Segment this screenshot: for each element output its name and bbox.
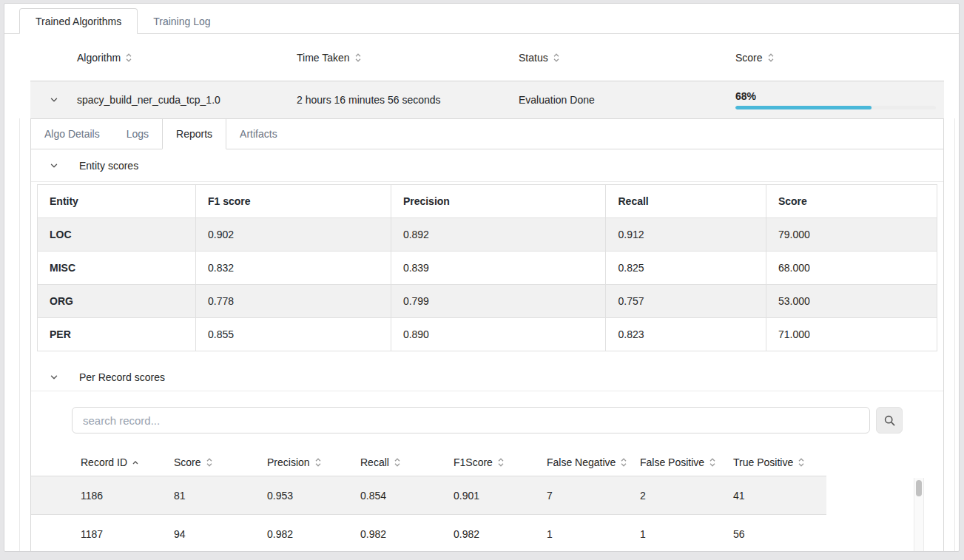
tab-training-log[interactable]: Training Log: [138, 8, 226, 34]
record-recall: 0.854: [360, 490, 454, 502]
column-header-true-positive[interactable]: True Positive: [733, 456, 826, 468]
column-label: Score: [174, 456, 201, 468]
column-header-score[interactable]: Score: [174, 456, 267, 468]
record-search-row: [31, 391, 943, 434]
record-precision: 0.982: [267, 528, 360, 540]
detail-tab-bar: Algo Details Logs Reports Artifacts: [31, 119, 943, 149]
sort-icon: [767, 53, 775, 63]
algorithm-time-taken: 2 hours 16 minutes 56 seconds: [297, 94, 519, 106]
algorithms-table-header: Algorithm Time Taken Status Score: [30, 34, 944, 81]
column-label: False Negative: [547, 456, 616, 468]
entity-row-loc: LOC 0.902 0.892 0.912 79.000: [38, 218, 937, 252]
tab-logs[interactable]: Logs: [113, 119, 162, 149]
entity-score: 53.000: [766, 285, 937, 318]
entity-f1: 0.778: [196, 285, 391, 318]
page: { "top_tabs": { "trained_algorithms": "T…: [0, 0, 964, 560]
vertical-scrollbar[interactable]: [914, 478, 924, 552]
per-record-table: Record ID Score Precision Recall: [31, 448, 943, 552]
search-record-input[interactable]: [72, 407, 870, 434]
search-button[interactable]: [876, 407, 903, 434]
entity-f1: 0.902: [196, 218, 391, 252]
entity-name: ORG: [38, 285, 196, 318]
entity-recall: 0.757: [606, 285, 766, 318]
score-progress-track: [735, 106, 936, 109]
column-header-time-taken[interactable]: Time Taken: [297, 52, 519, 64]
search-icon: [883, 414, 896, 427]
entity-precision: 0.799: [391, 285, 606, 318]
record-false-negative: 1: [547, 528, 640, 540]
tab-reports[interactable]: Reports: [162, 119, 226, 149]
algorithm-row[interactable]: spacy_build_ner_cuda_tcp_1.0 2 hours 16 …: [30, 81, 944, 118]
chevron-down-icon: [50, 161, 58, 170]
tab-artifacts[interactable]: Artifacts: [226, 119, 291, 149]
column-header-false-negative[interactable]: False Negative: [547, 456, 640, 468]
tab-algo-details-label: Algo Details: [44, 128, 100, 140]
record-false-positive: 1: [640, 528, 733, 540]
column-header-status[interactable]: Status: [519, 52, 735, 64]
f1-col-header: F1 score: [196, 185, 391, 218]
recall-col-header: Recall: [606, 185, 766, 218]
entity-col-header: Entity: [38, 185, 196, 218]
entity-precision: 0.892: [391, 218, 606, 252]
per-record-section-header[interactable]: Per Record scores: [31, 363, 943, 391]
record-recall: 0.982: [360, 528, 454, 540]
record-f1score: 0.982: [454, 528, 547, 540]
tab-training-log-label: Training Log: [153, 16, 210, 27]
sort-icon: [314, 457, 322, 468]
algorithm-name: spacy_build_ner_cuda_tcp_1.0: [77, 94, 297, 106]
tab-trained-algorithms[interactable]: Trained Algorithms: [19, 8, 138, 34]
record-row-1187: 1187 94 0.982 0.982 0.982 1 1 56: [31, 515, 826, 552]
expand-row-button[interactable]: [30, 95, 77, 104]
score-col-header: Score: [766, 185, 937, 218]
tab-reports-label: Reports: [176, 128, 212, 140]
record-id: 1186: [81, 490, 174, 502]
entity-row-per: PER 0.855 0.890 0.823 71.000: [38, 318, 937, 351]
column-header-status-label: Status: [519, 52, 548, 64]
sort-icon: [206, 457, 213, 468]
column-header-score-label: Score: [735, 52, 763, 64]
algorithm-status: Evaluation Done: [519, 94, 735, 106]
tab-algo-details[interactable]: Algo Details: [31, 119, 113, 149]
record-score: 81: [174, 490, 267, 502]
record-precision: 0.953: [267, 490, 360, 502]
column-header-record-id[interactable]: Record ID: [81, 456, 174, 468]
score-percent-label: 68%: [735, 90, 936, 102]
entity-recall: 0.823: [606, 318, 766, 351]
record-false-negative: 7: [547, 490, 640, 502]
column-header-f1score[interactable]: F1Score: [454, 456, 547, 468]
column-label: True Positive: [733, 456, 793, 468]
record-row-1186: 1186 81 0.953 0.854 0.901 7 2 41: [31, 476, 826, 515]
column-label: Record ID: [81, 456, 127, 468]
entity-precision: 0.890: [391, 318, 606, 351]
column-header-false-positive[interactable]: False Positive: [640, 456, 733, 468]
chevron-down-icon: [50, 95, 58, 104]
record-f1score: 0.901: [454, 490, 547, 502]
entity-row-misc: MISC 0.832 0.839 0.825 68.000: [38, 252, 937, 285]
tab-trained-algorithms-label: Trained Algorithms: [36, 16, 121, 27]
entity-scores-table: Entity F1 score Precision Recall Score L…: [37, 184, 937, 351]
sort-icon: [394, 457, 401, 468]
column-header-precision[interactable]: Precision: [267, 456, 360, 468]
sort-icon: [553, 53, 560, 63]
sort-icon: [497, 457, 505, 468]
column-label: Recall: [360, 456, 389, 468]
per-record-title: Per Record scores: [79, 371, 165, 383]
column-header-recall[interactable]: Recall: [360, 456, 454, 468]
column-header-algorithm[interactable]: Algorithm: [77, 52, 297, 64]
entity-score: 71.000: [766, 318, 937, 351]
entity-f1: 0.832: [196, 252, 391, 285]
algorithm-score-cell: 68%: [735, 90, 946, 109]
record-false-positive: 2: [640, 490, 733, 502]
sort-icon: [709, 457, 716, 468]
chevron-down-icon: [50, 373, 58, 382]
sort-icon: [798, 457, 805, 468]
precision-col-header: Precision: [391, 185, 606, 218]
entity-scores-section-header[interactable]: Entity scores: [31, 149, 943, 182]
record-id: 1187: [81, 528, 174, 540]
entity-scores-title: Entity scores: [79, 160, 138, 172]
record-table-header: Record ID Score Precision Recall: [31, 448, 826, 476]
entity-f1: 0.855: [196, 318, 391, 351]
sort-asc-icon: [132, 457, 139, 468]
column-header-score[interactable]: Score: [735, 52, 944, 64]
scrollbar-thumb[interactable]: [916, 480, 922, 496]
